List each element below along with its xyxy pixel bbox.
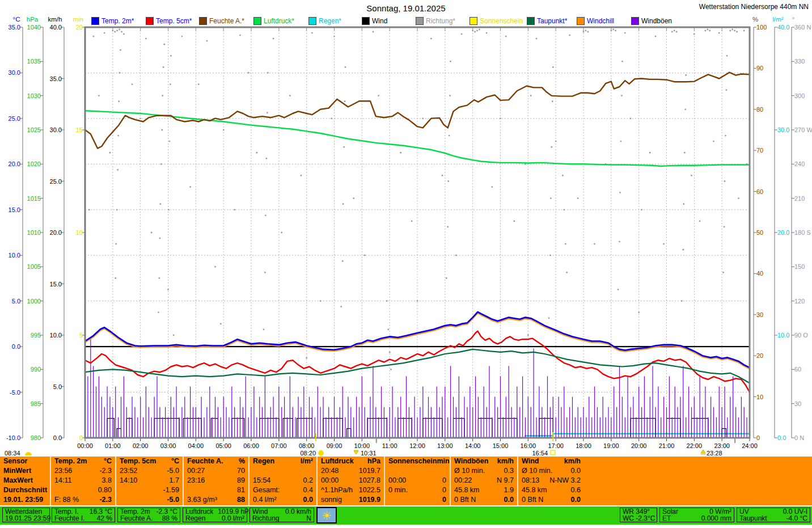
status-value: -4.0 °C <box>786 515 807 522</box>
richtung-dot <box>624 32 626 34</box>
axis-tick-label: 10.0 <box>777 332 789 339</box>
x-axis-label: 15:00 <box>493 442 509 449</box>
cell-value: 0 <box>442 476 446 485</box>
x-axis-label: 05:00 <box>215 442 231 449</box>
axis-tick-label: 0.0 <box>12 343 20 350</box>
axis-tick-label: 360 N <box>794 24 811 31</box>
cell-value: 0.0 <box>303 495 313 505</box>
richtung-dot <box>158 311 159 313</box>
axis-tick-label: 10 <box>756 394 763 400</box>
richtung-dot <box>115 243 117 245</box>
x-axis-label: 21:00 <box>659 442 675 449</box>
sensor-column-wind: Windkm/hØ 10 min.0.008:13N-NW 3.245.8 km… <box>517 457 584 505</box>
status-cell-2: Temp. 2m-2.3 °CFeuchte A.88 % <box>117 508 180 522</box>
cell-value: 1.7 <box>170 476 179 485</box>
richtung-dot <box>342 260 344 262</box>
axis-tick-label: 1010 <box>27 229 41 236</box>
richtung-dot <box>342 203 344 205</box>
axis-tick-label: 0 N <box>794 434 804 441</box>
richtung-dot <box>455 255 457 256</box>
axis-tick-label: 70 <box>756 147 763 154</box>
status-value: 88 % <box>162 515 177 522</box>
axis-tick-label: 210 <box>794 195 805 202</box>
axis-tick-label: 20 <box>756 352 763 359</box>
chart-area: °C35.030.025.020.015.010.05.00.0-5.0-10.… <box>0 0 812 459</box>
axis-unit-label: °C <box>13 16 20 23</box>
cell-time: 3.63 g/m³ <box>187 495 217 505</box>
richtung-dot <box>724 226 725 228</box>
axis-tick-label: 10 <box>76 229 83 236</box>
cell-time: sonnig <box>321 495 342 505</box>
status-cell-4: Wind0.0 km/hRichtungN <box>249 508 314 522</box>
status-label: Taupunkt <box>739 515 767 522</box>
richtung-dot <box>446 277 447 279</box>
richtung-dot <box>139 118 141 120</box>
status-label: Feuchte A. <box>120 515 153 522</box>
cell-time: 23:56 <box>54 466 72 476</box>
sunrise-corner-label: 08:34 <box>5 450 20 457</box>
richtung-dot <box>619 241 620 243</box>
x-axis-label: 09:00 <box>327 442 342 449</box>
column-unit: l/m² <box>301 457 313 466</box>
cell-time: 14:10 <box>120 476 137 485</box>
richtung-dot <box>671 31 673 33</box>
axis-tick-label: 985 <box>31 400 41 407</box>
column-header: Feuchte A. <box>187 457 223 466</box>
richtung-dot <box>724 180 726 182</box>
richtung-dot <box>123 33 125 35</box>
axis-tick-label: 1000 <box>27 298 41 305</box>
richtung-dot <box>566 272 568 273</box>
cell-time: ^1.1hPa/h <box>321 485 353 495</box>
x-axis-label: 17:00 <box>548 442 564 449</box>
richtung-dot <box>132 83 133 85</box>
status-cell-1: Temp. I.16.3 °CFeuchte I.42 % <box>52 508 115 522</box>
sensor-table-row-labels: SensorMinWertMaxWertDurchschnitt19.01. 2… <box>0 457 50 505</box>
status-label: WC -2.3°C <box>623 515 655 522</box>
cell-value: 0 <box>442 495 446 505</box>
axis-tick-label: -10.0 <box>6 434 20 441</box>
axis-tick-label: 10.0 <box>9 252 20 259</box>
cell-time: 45.8 km <box>522 485 547 495</box>
richtung-dot <box>117 135 119 137</box>
axis-tick-label: 1040 <box>27 24 41 31</box>
richtung-dot <box>223 129 225 131</box>
cell-value: N 9.7 <box>497 476 514 485</box>
axis-tick-label: 10.0 <box>50 332 62 339</box>
richtung-dot <box>151 232 153 234</box>
axis-tick-label: 40.0 <box>777 24 789 31</box>
x-axis-label: 02:00 <box>133 442 149 449</box>
richtung-dot <box>731 29 733 31</box>
axis-tick-label: 60 <box>794 366 801 373</box>
richtung-dot <box>289 95 291 96</box>
axis-tick-label: 150 <box>794 263 805 270</box>
richtung-dot <box>344 100 346 102</box>
richtung-dot <box>170 83 171 85</box>
weather-chart-svg: °C35.030.025.020.015.010.05.00.0-5.0-10.… <box>0 0 812 457</box>
sensor-column-luftdruck: LuftdruckhPa20:481019.700:001027.8^1.1hP… <box>316 457 384 505</box>
cell-value: N-NW 3.2 <box>549 476 581 485</box>
axis-tick-label: 1025 <box>27 126 41 133</box>
richtung-dot <box>663 243 665 245</box>
axis-tick-label: 80 <box>756 106 763 113</box>
x-axis-label: 18:00 <box>576 442 591 449</box>
cell-value: -2.3 <box>99 466 112 476</box>
axis-unit-label: ° <box>792 16 795 23</box>
cell-value: 0.6 <box>571 485 581 495</box>
richtung-dot <box>331 118 332 120</box>
richtung-dot <box>159 203 161 205</box>
column-unit: °C <box>104 457 112 466</box>
richtung-dot <box>248 72 249 74</box>
row-label: Sensor <box>3 457 27 466</box>
richtung-dot <box>476 30 478 32</box>
richtung-dot <box>267 72 269 74</box>
axis-tick-label: 240 <box>794 160 805 167</box>
richtung-dot <box>340 306 342 307</box>
axis-tick-label: 990 <box>31 366 41 373</box>
sunrise-icon <box>318 450 324 456</box>
richtung-dot <box>693 33 695 35</box>
status-label: ET <box>662 515 671 522</box>
axis-tick-label: 120 <box>794 298 805 305</box>
richtung-dot <box>536 38 538 40</box>
axis-tick-label: 20.0 <box>50 229 62 236</box>
richtung-dot <box>92 36 94 37</box>
